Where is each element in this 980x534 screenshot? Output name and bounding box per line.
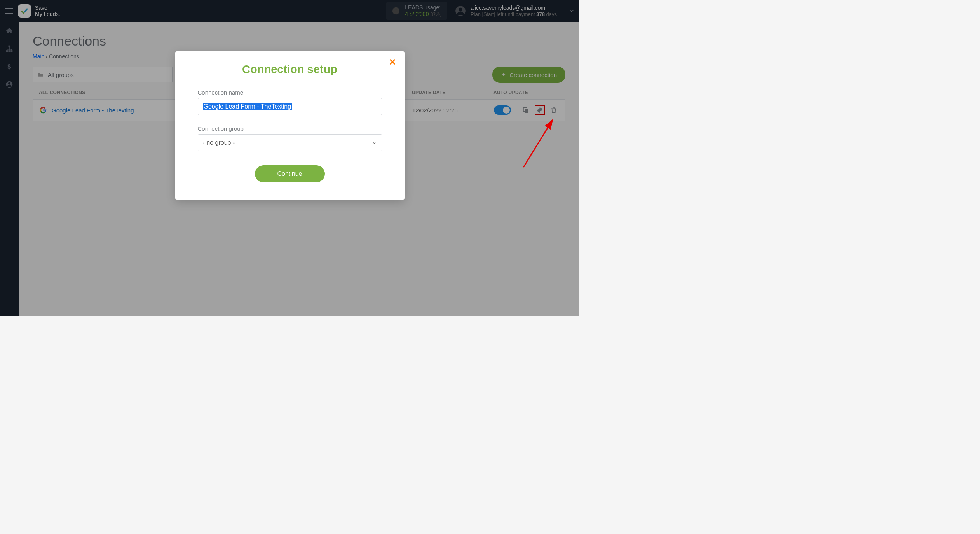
close-icon[interactable]	[389, 58, 396, 67]
connection-name-input[interactable]: Google Lead Form - TheTexting	[198, 98, 382, 115]
continue-button[interactable]: Continue	[255, 165, 325, 182]
connection-setup-modal: Connection setup Connection name Google …	[175, 51, 405, 200]
connection-group-label: Connection group	[198, 125, 382, 132]
modal-title: Connection setup	[198, 63, 382, 76]
connection-group-select[interactable]: - no group -	[198, 134, 382, 151]
connection-name-label: Connection name	[198, 89, 382, 96]
chevron-down-icon	[371, 140, 377, 145]
modal-overlay: Connection setup Connection name Google …	[0, 0, 579, 316]
